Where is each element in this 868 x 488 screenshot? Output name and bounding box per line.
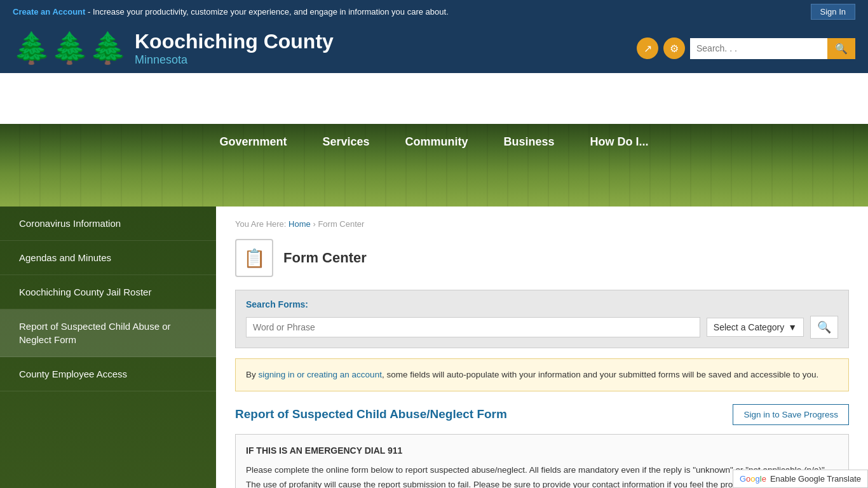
top-banner: Create an Account - Increase your produc…	[0, 0, 868, 24]
sign-in-to-save-progress-button[interactable]: Sign in to Save Progress	[733, 404, 849, 425]
breadcrumb-current: Form Center	[318, 219, 364, 229]
site-header: 🌲🌲🌲 Koochiching County Minnesota ↗ ⚙ 🔍	[0, 24, 868, 73]
sidebar-item-jail-roster[interactable]: Koochiching County Jail Roster	[0, 275, 216, 309]
search-forms-input[interactable]	[246, 317, 700, 337]
state-name: Minnesota	[135, 53, 334, 67]
form-center-icon: 📋	[235, 239, 273, 277]
category-select[interactable]: Select a Category ▼	[707, 318, 804, 337]
info-banner-suffix: , some fields will auto-populate with yo…	[382, 370, 818, 379]
sidebar-item-child-abuse-form[interactable]: Report of Suspected Child Abuse or Negle…	[0, 309, 216, 357]
hero-section: Government Services Community Business H…	[0, 124, 868, 207]
nav-item-services[interactable]: Services	[304, 129, 387, 155]
nav-item-how-do-i[interactable]: How Do I...	[573, 129, 667, 155]
logo-text: Koochiching County Minnesota	[135, 30, 334, 67]
share-icon: ↗	[644, 43, 652, 55]
google-translate-bar[interactable]: Google Enable Google Translate	[733, 470, 868, 488]
form-section-title: Report of Suspected Child Abuse/Neglect …	[235, 407, 507, 421]
main-layout: Coronavirus Information Agendas and Minu…	[0, 207, 868, 488]
main-nav: Government Services Community Business H…	[0, 124, 868, 160]
google-translate-label: Enable Google Translate	[770, 474, 861, 484]
info-banner: By signing in or creating an account, so…	[235, 358, 849, 391]
county-name: Koochiching County	[135, 30, 334, 53]
breadcrumb-separator: ›	[313, 219, 315, 229]
form-center-title: Form Center	[283, 250, 367, 266]
create-account-link[interactable]: Create an Account	[13, 7, 85, 17]
sidebar-item-employee-access[interactable]: County Employee Access	[0, 357, 216, 391]
breadcrumb: You Are Here: Home › Form Center	[235, 219, 849, 229]
header-right: ↗ ⚙ 🔍	[637, 37, 855, 59]
share-icon-button[interactable]: ↗	[637, 37, 658, 59]
top-sign-in-button[interactable]: Sign In	[811, 4, 855, 20]
search-forms-box: Search Forms: Select a Category ▼ 🔍	[235, 290, 849, 348]
emergency-title: IF THIS IS AN EMERGENCY DIAL 911	[246, 444, 838, 459]
form-icon-glyph: 📋	[243, 248, 266, 269]
sidebar-item-agendas[interactable]: Agendas and Minutes	[0, 241, 216, 275]
breadcrumb-home-link[interactable]: Home	[288, 219, 311, 229]
header-search-button[interactable]: 🔍	[827, 38, 855, 59]
sign-in-or-create-link[interactable]: signing in or creating an account	[259, 370, 382, 379]
nav-item-business[interactable]: Business	[486, 129, 573, 155]
logo-area: 🌲🌲🌲 Koochiching County Minnesota	[13, 30, 334, 67]
content-area: You Are Here: Home › Form Center 📋 Form …	[216, 207, 868, 488]
header-search-input[interactable]	[690, 39, 827, 58]
search-forms-icon: 🔍	[817, 321, 831, 334]
nav-item-community[interactable]: Community	[388, 129, 486, 155]
chevron-down-icon: ▼	[788, 322, 797, 332]
banner-suffix: - Increase your productivity, customize …	[85, 7, 448, 17]
sidebar-item-coronavirus[interactable]: Coronavirus Information	[0, 207, 216, 241]
tree-logo-icon: 🌲🌲🌲	[13, 33, 127, 64]
banner-text: Create an Account - Increase your produc…	[13, 7, 449, 17]
you-are-here-label: You Are Here:	[235, 219, 286, 229]
search-forms-button[interactable]: 🔍	[810, 316, 838, 339]
sidebar: Coronavirus Information Agendas and Minu…	[0, 207, 216, 488]
google-g-icon: Google	[740, 474, 766, 484]
category-select-label: Select a Category	[714, 322, 784, 332]
header-search-box: 🔍	[690, 38, 855, 59]
search-icon: 🔍	[835, 43, 848, 54]
settings-icon-button[interactable]: ⚙	[663, 37, 685, 59]
form-section-header: Report of Suspected Child Abuse/Neglect …	[235, 404, 849, 425]
info-banner-prefix: By	[246, 370, 259, 379]
search-forms-label: Search Forms:	[246, 299, 838, 309]
nav-item-government[interactable]: Government	[201, 129, 304, 155]
form-center-header: 📋 Form Center	[235, 239, 849, 277]
gear-icon: ⚙	[670, 43, 679, 55]
